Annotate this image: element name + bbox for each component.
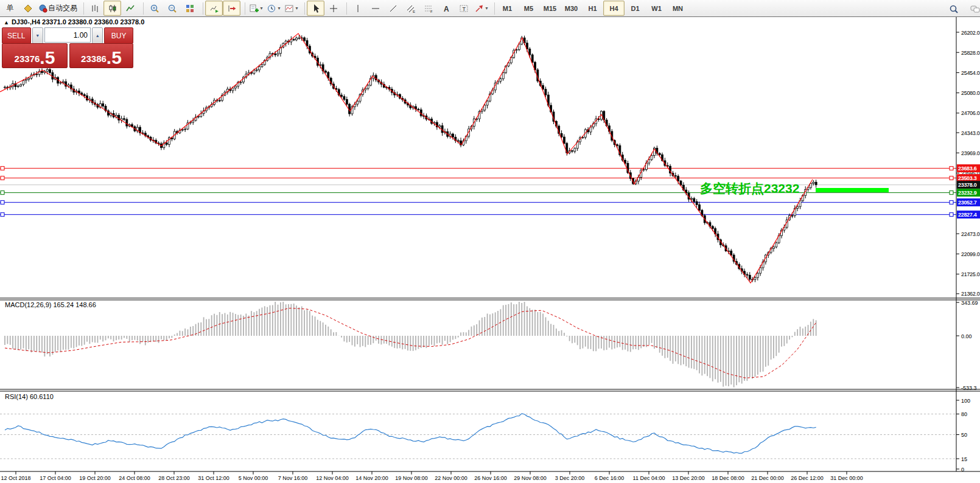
indicators-button[interactable]: ▾ (247, 1, 265, 16)
zigzag-layer (0, 33, 953, 283)
price-axis-tick: 22099.0 (961, 251, 980, 257)
buy-price-int: 23386 (81, 51, 107, 67)
time-axis-tick: 22 Nov 00:00 (435, 475, 467, 481)
trendline-button[interactable] (384, 1, 402, 16)
cursor-icon (311, 4, 321, 13)
highlight-trend-segment[interactable] (816, 188, 889, 192)
text-label-button[interactable]: T (455, 1, 472, 16)
time-axis-tick: 21 Dec 00:00 (751, 475, 784, 481)
chevron-down-icon: ▾ (260, 5, 262, 11)
crosshair-button[interactable] (324, 1, 342, 16)
price-axis-tick: 23969.0 (961, 150, 980, 156)
time-axis-tick: 24 Oct 08:00 (119, 475, 150, 481)
price-axis-tick: 26202.0 (961, 30, 980, 36)
hline-handle[interactable] (1, 191, 4, 195)
cursor-button[interactable] (307, 1, 324, 16)
timeframe-w1[interactable]: W1 (646, 1, 667, 16)
timeframe-mn[interactable]: MN (667, 1, 688, 16)
price-axis-tick: 24706.0 (961, 110, 980, 116)
zoom-in-button[interactable] (145, 1, 163, 16)
hline-handle[interactable] (1, 201, 4, 204)
hline-handle[interactable] (950, 167, 953, 170)
rsi-axis-tick: 80 (961, 411, 967, 417)
price-line-label: 23052.7 (958, 200, 977, 206)
templates-button[interactable]: ▾ (282, 1, 300, 16)
chart-collapse-icon[interactable]: ▲ (4, 19, 9, 26)
toolbar-right-icons (945, 1, 980, 16)
timeframe-m15[interactable]: M15 (539, 1, 561, 16)
timeframe-h1[interactable]: H1 (582, 1, 603, 16)
chart-canvas[interactable]: 26202.025828.025454.025080.024706.024343… (0, 0, 980, 483)
volume-decrease-button[interactable]: ▼ (32, 27, 43, 44)
timeframe-d1[interactable]: D1 (625, 1, 646, 16)
timeframe-m1[interactable]: M1 (497, 1, 518, 16)
horizontal-line-button[interactable] (366, 1, 384, 16)
price-axis-tick: 25080.0 (961, 90, 980, 96)
indicators-icon (249, 4, 259, 13)
time-axis-tick: 29 Nov 08:00 (514, 475, 547, 481)
tile-windows-button[interactable] (181, 1, 198, 16)
periods-button[interactable]: ▾ (265, 1, 282, 16)
macd-axis-tick: -533.3 (961, 385, 977, 391)
shift-icon (227, 4, 237, 13)
search-button[interactable] (945, 1, 962, 16)
vline-icon (353, 4, 363, 13)
rsi-line (5, 414, 816, 453)
volume-input[interactable] (44, 27, 91, 43)
hline-handle[interactable] (1, 213, 4, 217)
sell-price-frac: .5 (40, 49, 55, 67)
svg-text:T: T (462, 5, 466, 12)
arrows-button[interactable]: ▾ (472, 1, 490, 16)
hline-handle[interactable] (950, 191, 953, 195)
toolbar-separator (80, 2, 84, 15)
timeframe-h4[interactable]: H4 (603, 1, 625, 16)
rsi-axis-tick: 15 (961, 456, 967, 462)
chat-icon (970, 4, 980, 14)
zoom-out-button[interactable] (163, 1, 181, 16)
time-axis-tick: 12 Nov 04:00 (316, 475, 349, 481)
buy-price[interactable]: 23386.5 (69, 43, 133, 68)
chat-button[interactable] (966, 1, 980, 16)
candles-layer (4, 35, 817, 282)
chart-shift-button[interactable] (223, 1, 240, 16)
time-axis-tick: 12 Oct 2018 (1, 475, 30, 481)
sell-price[interactable]: 23376.5 (2, 43, 68, 68)
timeframe-m30[interactable]: M30 (561, 1, 582, 16)
zigzag-line[interactable] (0, 33, 813, 283)
time-axis-tick: 19 Nov 08:00 (395, 475, 428, 481)
vertical-line-button[interactable] (349, 1, 366, 16)
line-chart-button[interactable] (121, 1, 139, 16)
hline-handle[interactable] (1, 167, 4, 170)
text-button[interactable]: A (437, 1, 455, 16)
candlestick-chart-button[interactable] (103, 1, 121, 16)
robot-icon (38, 4, 48, 13)
time-axis-tick: 5 Nov 00:00 (239, 475, 268, 481)
volume-increase-button[interactable]: ▲ (92, 27, 103, 44)
buy-price-frac: .5 (107, 49, 122, 67)
sell-price-int: 23376 (15, 51, 40, 67)
hline-handle[interactable] (1, 176, 4, 180)
new-order-icon-button[interactable] (19, 1, 37, 16)
horizontal-lines-layer (0, 169, 956, 215)
order-button[interactable]: 单 (1, 1, 19, 16)
time-axis-tick: 6 Dec 16:00 (595, 475, 625, 481)
fibonacci-button[interactable]: F (419, 1, 437, 16)
timeframe-m5[interactable]: M5 (518, 1, 539, 16)
price-axis-tick: 22473.0 (961, 231, 980, 237)
equidistant-channel-button[interactable]: E (402, 1, 419, 16)
time-axis-tick: 14 Nov 20:00 (355, 475, 388, 481)
hline-handle[interactable] (950, 201, 953, 204)
hline-handle[interactable] (950, 176, 953, 180)
fibo-icon: F (424, 4, 433, 13)
sell-button[interactable]: SELL (2, 27, 31, 44)
auto-scroll-button[interactable] (205, 1, 223, 16)
price-line-label: 23683.6 (958, 165, 977, 172)
labelT-icon: T (459, 4, 469, 13)
buy-button[interactable]: BUY (104, 27, 133, 44)
autotrading-button[interactable]: 自动交易 (37, 1, 79, 16)
time-axis-tick: 28 Oct 23:00 (158, 475, 190, 481)
textA-icon: A (441, 4, 451, 13)
toolbar-separator (241, 2, 245, 15)
bar-chart-button[interactable] (86, 1, 103, 16)
hline-handle[interactable] (950, 213, 953, 217)
